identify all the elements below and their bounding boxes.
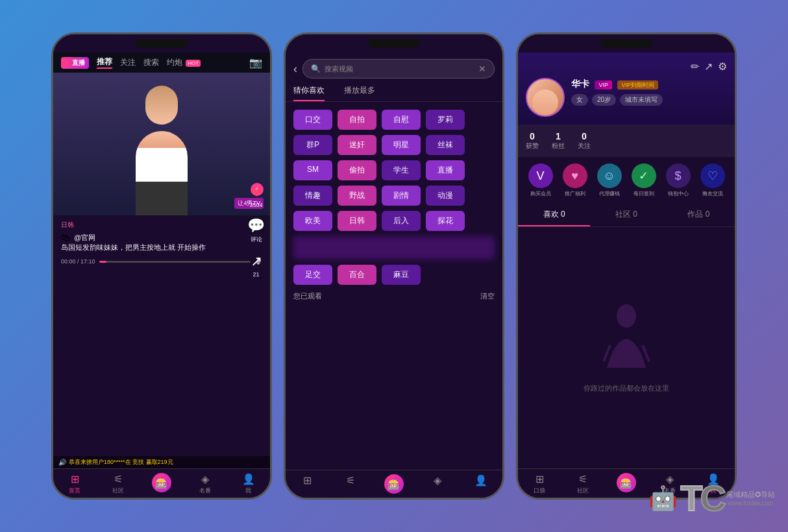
live-center-btn[interactable]: 🎰 — [152, 473, 171, 492]
bottom-nav-2-live[interactable]: 🎰 — [373, 474, 416, 495]
agent-label: 代理赚钱 — [599, 190, 620, 197]
speaker-icon: 🔊 — [58, 459, 66, 466]
nav-tab-date[interactable]: 约炮 HOT — [167, 57, 201, 68]
tag-btn-4[interactable]: 群P — [293, 135, 332, 155]
tag-btn-14[interactable]: 剧情 — [382, 186, 421, 206]
wallet-label: 钱包中心 — [668, 190, 689, 197]
video-title: 岛国短发韵味妹妹，把男主按地上就 开始操作 — [61, 243, 262, 252]
tag-btn-9[interactable]: 偷拍 — [338, 160, 376, 180]
live-center-btn-2[interactable]: 🎰 — [384, 474, 404, 494]
action-wallet[interactable]: $ 钱包中心 — [666, 163, 691, 197]
search-icon: 🔍 — [311, 64, 321, 73]
video-player[interactable]: 让4男TV + — [53, 73, 270, 215]
nav-tab-recommend[interactable]: 推荐 — [97, 56, 112, 69]
share-count: 21 — [252, 271, 259, 278]
profile-tab-community[interactable]: 社区 0 — [590, 204, 662, 226]
tag-btn-6[interactable]: 明星 — [382, 135, 421, 155]
tag-btn-13[interactable]: 野战 — [338, 186, 376, 206]
search-bar[interactable]: 🔍 搜索视频 ✕ — [302, 59, 495, 79]
tag-btn-12[interactable]: 情趣 — [293, 186, 332, 206]
bottom-nav-3-community[interactable]: ⚟ 社区 — [561, 473, 605, 495]
tag-btn-0[interactable]: 口交 — [293, 110, 332, 130]
me2-icon: 👤 — [474, 474, 487, 487]
action-promote[interactable]: ♥ 推广福利 — [563, 163, 587, 197]
profile-tab-likes[interactable]: 喜欢 0 — [518, 204, 590, 226]
profile-stats: 0 获赞 1 粉丝 0 关注 — [518, 125, 735, 157]
tag-btn-20[interactable]: 足交 — [293, 265, 332, 285]
action-friends[interactable]: ♡ 撸友交流 — [700, 163, 725, 197]
bottom-nav-2-community[interactable]: ⚟ — [329, 474, 373, 495]
community-label-text: 尾域精品✪导站 — [726, 490, 775, 500]
bottom-nav-home[interactable]: ⊞ 首页 — [53, 473, 97, 495]
home3-icon: ⊞ — [536, 473, 544, 485]
search-tab-recommend[interactable]: 猜你喜欢 — [293, 85, 325, 101]
tag-btn-11[interactable]: 直播 — [426, 160, 465, 180]
bottom-nav-me[interactable]: 👤 我 — [227, 473, 270, 495]
live-center-btn-3[interactable]: 🎰 — [617, 473, 636, 492]
edit-icon[interactable]: ✏ — [691, 60, 699, 73]
likes-count: 0 — [526, 131, 539, 141]
bottom-nav-2-home[interactable]: ⊞ — [286, 474, 329, 495]
action-agent[interactable]: ☺ 代理赚钱 — [597, 163, 622, 197]
share-icon: ↗ — [251, 253, 262, 270]
community2-icon: ⚟ — [346, 474, 355, 487]
nav-tab-search[interactable]: 搜索 — [143, 57, 159, 68]
tag-btn-2[interactable]: 自慰 — [382, 110, 421, 130]
profile-tab-works[interactable]: 作品 0 — [663, 204, 735, 226]
search-tab-popular[interactable]: 播放最多 — [344, 85, 375, 101]
stat-fans: 1 粉丝 — [552, 131, 565, 151]
tag-btn-7[interactable]: 丝袜 — [426, 135, 465, 155]
settings-icon[interactable]: ⚙ — [718, 60, 727, 73]
clear-history-btn[interactable]: 清空 — [480, 291, 495, 301]
notch-2 — [368, 39, 420, 48]
comment-action[interactable]: 💬 评论 — [247, 217, 265, 244]
ranking-icon: ◈ — [201, 473, 209, 485]
me-label: 我 — [245, 487, 251, 495]
tag-btn-10[interactable]: 学生 — [382, 160, 421, 180]
bottom-nav-community[interactable]: ⚟ 社区 — [97, 473, 140, 495]
action-buy-vip[interactable]: V 购买会员 — [528, 163, 553, 197]
like-action[interactable]: ♥ 3504 — [249, 184, 262, 208]
bottom-nav-3-home[interactable]: ⊞ 口袋 — [518, 473, 561, 495]
tc-logo-text: TC — [680, 477, 724, 519]
tag-btn-18[interactable]: 后入 — [382, 211, 421, 231]
clear-search-icon[interactable]: ✕ — [478, 64, 486, 74]
bottom-nav-live[interactable]: 🎰 — [140, 473, 184, 495]
progress-bar[interactable] — [99, 261, 251, 263]
checkin-icon: ✓ — [632, 163, 656, 188]
svg-line-1 — [604, 345, 610, 361]
community3-label: 社区 — [577, 487, 589, 495]
profile-actions: V 购买会员 ♥ 推广福利 ☺ 代理赚钱 ✓ 每日签到 $ 钱包中心 ♡ 撸友交… — [518, 157, 735, 204]
tag-btn-19[interactable]: 探花 — [426, 211, 465, 231]
bottom-nav-ranking[interactable]: ◈ 名番 — [183, 473, 227, 495]
vip-icon: V — [528, 163, 553, 188]
profile-name-row: 华卡 VIP VIP到期时间 — [571, 78, 727, 90]
camera-icon[interactable]: 📷 — [249, 56, 262, 69]
tag-btn-8[interactable]: SM — [293, 160, 332, 180]
video-progress: 00:00 / 17:10 ⬇ — [61, 256, 262, 267]
profile-top-actions: ✏ ↗ ⚙ — [526, 60, 727, 73]
tag-btn-16[interactable]: 欧美 — [293, 211, 332, 231]
friends-icon: ♡ — [700, 163, 725, 188]
bottom-nav-3-live[interactable]: 🎰 — [605, 473, 648, 495]
tag-btn-3[interactable]: 罗莉 — [426, 110, 465, 130]
tag-btn-21[interactable]: 百合 — [338, 265, 376, 285]
search-input[interactable]: 搜索视频 — [325, 64, 353, 74]
tag-btn-5[interactable]: 迷奸 — [338, 135, 376, 155]
tag-btn-22[interactable]: 麻豆 — [382, 265, 421, 285]
bottom-nav-1: ⊞ 首页 ⚟ 社区 🎰 ◈ 名番 👤 我 — [53, 468, 270, 498]
share-action[interactable]: ↗ 21 — [251, 253, 262, 278]
bottom-nav-2-me[interactable]: 👤 — [459, 474, 502, 495]
action-checkin[interactable]: ✓ 每日签到 — [632, 163, 656, 197]
bottom-nav-2-ranking[interactable]: ◈ — [415, 474, 459, 495]
notch-1 — [136, 39, 188, 48]
tag-btn-1[interactable]: 自拍 — [338, 110, 376, 130]
tag-btn-15[interactable]: 动漫 — [426, 186, 465, 206]
empty-text: 你路过的作品都会放在这里 — [584, 383, 669, 393]
tag-btn-17[interactable]: 日韩 — [338, 211, 376, 231]
nav-tab-follow[interactable]: 关注 — [120, 57, 136, 68]
share-profile-icon[interactable]: ↗ — [704, 60, 713, 73]
hot-badge: HOT — [186, 60, 201, 67]
wallet-icon: $ — [666, 163, 691, 188]
back-button[interactable]: ‹ — [293, 62, 297, 76]
